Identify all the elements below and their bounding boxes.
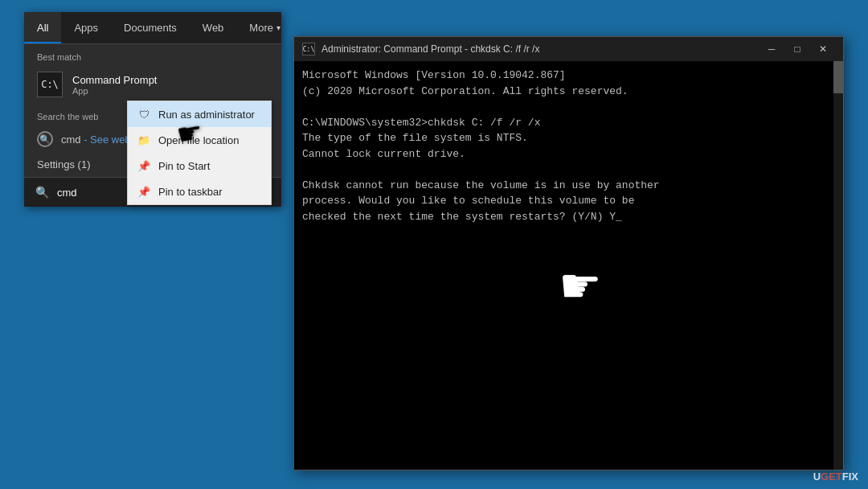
close-button[interactable]: ✕ — [811, 41, 835, 57]
cmd-line-9: process. Would you like to schedule this… — [302, 193, 835, 209]
folder-icon: 📁 — [137, 134, 150, 146]
ctx-open-file-location[interactable]: 📁 Open file location — [128, 127, 271, 153]
search-icon: 🔍 — [37, 131, 53, 147]
ctx-pin-taskbar-label: Pin to taskbar — [158, 186, 223, 198]
cmd-app-icon: C:\ — [37, 72, 63, 97]
search-bar-icon: 🔍 — [35, 186, 49, 199]
best-match-label: Best match — [24, 44, 281, 65]
cmd-scrollbar[interactable] — [833, 61, 843, 470]
tab-more[interactable]: More ▾ — [236, 12, 293, 43]
ctx-pin-taskbar[interactable]: 📌 Pin to taskbar — [128, 179, 271, 204]
app-info: Command Prompt App — [72, 74, 157, 96]
cmd-line-6: Cannot lock current drive. — [302, 146, 835, 162]
watermark: UGETFIX — [813, 471, 858, 483]
cmd-line-2: (c) 2020 Microsoft Corporation. All righ… — [302, 84, 835, 100]
start-tabs: All Apps Documents Web More ▾ — [24, 12, 281, 44]
app-name: Command Prompt — [72, 74, 157, 86]
ctx-pin-start[interactable]: 📌 Pin to Start — [128, 153, 271, 179]
cmd-line-5: The type of the file system is NTFS. — [302, 130, 835, 146]
cmd-window: C:\ Administrator: Command Prompt - chkd… — [293, 36, 844, 471]
pin-icon: 📌 — [137, 159, 150, 172]
cmd-line-1: Microsoft Windows [Version 10.0.19042.86… — [302, 68, 835, 84]
cmd-title-icon: C:\ — [302, 43, 315, 55]
ctx-run-as-admin-label: Run as administrator — [158, 109, 255, 121]
maximize-button[interactable]: □ — [785, 41, 809, 57]
ctx-open-file-label: Open file location — [158, 134, 239, 146]
cmd-scrollbar-thumb[interactable] — [833, 61, 843, 93]
cmd-title-text: Administrator: Command Prompt - chkdsk C… — [321, 43, 753, 55]
cmd-line-3 — [302, 99, 835, 115]
taskbar-icon: 📌 — [137, 185, 150, 198]
tab-web[interactable]: Web — [190, 12, 237, 43]
cmd-line-7 — [302, 162, 835, 178]
ctx-pin-start-label: Pin to Start — [158, 160, 210, 172]
shield-icon: 🛡 — [137, 108, 150, 121]
tab-documents[interactable]: Documents — [111, 12, 190, 43]
chevron-down-icon: ▾ — [276, 23, 280, 32]
cmd-line-8: Chkdsk cannot run because the volume is … — [302, 178, 835, 194]
cmd-line-4: C:\WINDOWS\system32>chkdsk C: /f /r /x — [302, 115, 835, 131]
minimize-button[interactable]: ─ — [760, 41, 784, 57]
app-item-command-prompt[interactable]: C:\ Command Prompt App — [24, 65, 281, 104]
cmd-line-10: checked the next time the system restart… — [302, 209, 835, 225]
context-menu: 🛡 Run as administrator 📁 Open file locat… — [127, 101, 272, 205]
cmd-titlebar: C:\ Administrator: Command Prompt - chkd… — [294, 37, 843, 61]
cmd-content: Microsoft Windows [Version 10.0.19042.86… — [294, 61, 843, 470]
window-controls: ─ □ ✕ — [760, 41, 835, 57]
tab-apps[interactable]: Apps — [61, 12, 111, 43]
tab-all[interactable]: All — [24, 12, 61, 43]
app-type: App — [72, 86, 157, 96]
ctx-run-as-admin[interactable]: 🛡 Run as administrator — [128, 101, 271, 127]
